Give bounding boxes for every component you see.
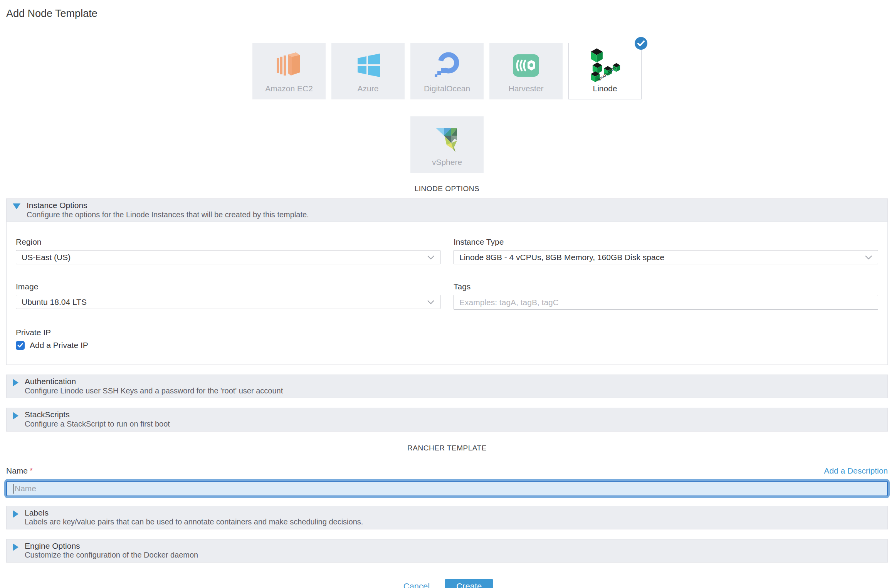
chevron-right-icon (13, 543, 18, 551)
private-ip-checkbox-row[interactable]: Add a Private IP (16, 341, 878, 350)
digitalocean-icon (433, 43, 461, 84)
section-subtitle: Configure the options for the Linode Ins… (27, 210, 309, 220)
section-title: Engine Options (25, 541, 198, 551)
chevron-down-icon (427, 255, 435, 260)
instance-type-select[interactable]: Linode 8GB - 4 vCPUs, 8GB Memory, 160GB … (454, 250, 878, 264)
name-label: Name (6, 466, 28, 475)
chevron-down-icon (13, 203, 20, 209)
instance-type-value: Linode 8GB - 4 vCPUs, 8GB Memory, 160GB … (459, 253, 664, 262)
instance-options-body: Region US-East (US) Instance Type Linode… (7, 222, 887, 365)
image-select[interactable]: Ubuntu 18.04 LTS (16, 295, 440, 309)
page-title: Add Node Template (6, 8, 888, 20)
tags-input[interactable] (454, 295, 878, 310)
divider-label: RANCHER TEMPLATE (402, 444, 492, 452)
section-subtitle: Configure Linode user SSH Keys and a pas… (25, 386, 283, 396)
private-ip-checkbox[interactable] (16, 341, 25, 350)
provider-card-azure[interactable]: Azure (331, 43, 405, 99)
provider-cards-row-1: Amazon EC2 Azure (6, 43, 888, 99)
private-ip-field: Private IP Add a Private IP (16, 328, 878, 350)
provider-card-harvester[interactable]: Harvester (489, 43, 563, 99)
region-select[interactable]: US-East (US) (16, 250, 440, 264)
check-icon (637, 40, 645, 46)
chevron-down-icon (865, 255, 872, 260)
add-node-template-dialog: Add Node Template Amazon EC2 (0, 0, 894, 588)
section-subtitle: Labels are key/value pairs that can be u… (25, 517, 363, 527)
engine-options-header[interactable]: Engine Options Customize the configurati… (7, 539, 887, 562)
provider-card-label: Azure (358, 84, 379, 93)
private-ip-label: Private IP (16, 328, 878, 337)
add-description-link[interactable]: Add a Description (824, 466, 888, 475)
provider-card-label: DigitalOcean (424, 84, 470, 93)
region-value: US-East (US) (22, 253, 71, 262)
image-value: Ubuntu 18.04 LTS (22, 297, 87, 307)
authentication-header[interactable]: Authentication Configure Linode user SSH… (7, 375, 887, 398)
rancher-template-divider: RANCHER TEMPLATE (6, 444, 888, 452)
text-caret (13, 484, 13, 494)
image-field: Image Ubuntu 18.04 LTS (16, 282, 440, 310)
instance-type-label: Instance Type (454, 237, 878, 247)
azure-icon (355, 43, 381, 84)
provider-card-linode[interactable]: linode.com Linode (568, 43, 642, 99)
chevron-down-icon (427, 300, 435, 304)
provider-card-vsphere[interactable]: vSphere (410, 116, 484, 173)
name-row: Name* Add a Description (6, 466, 888, 475)
section-subtitle: Configure a StackScript to run on first … (25, 420, 170, 429)
action-buttons: Cancel Create (6, 579, 888, 588)
section-authentication: Authentication Configure Linode user SSH… (6, 375, 888, 398)
provider-card-label: vSphere (432, 158, 462, 167)
provider-card-amazon-ec2[interactable]: Amazon EC2 (252, 43, 326, 99)
section-instance-options: Instance Options Configure the options f… (6, 198, 888, 365)
amazon-ec2-icon (276, 43, 302, 84)
chevron-right-icon (13, 379, 18, 386)
required-marker: * (30, 466, 33, 475)
tags-field: Tags (454, 282, 878, 310)
section-engine-options: Engine Options Customize the configurati… (6, 539, 888, 563)
harvester-icon (512, 43, 540, 84)
create-button[interactable]: Create (445, 579, 493, 588)
section-title: StackScripts (25, 410, 170, 420)
name-input[interactable] (6, 481, 888, 496)
tags-label: Tags (454, 282, 878, 291)
chevron-right-icon (13, 510, 18, 518)
section-title: Authentication (25, 376, 283, 386)
section-title: Instance Options (27, 200, 309, 210)
chevron-right-icon (13, 412, 18, 420)
section-labels: Labels Labels are key/value pairs that c… (6, 506, 888, 529)
provider-card-label: Linode (593, 84, 617, 93)
linode-icon: linode.com (587, 43, 623, 84)
provider-card-digitalocean[interactable]: DigitalOcean (410, 43, 484, 99)
section-stackscripts: StackScripts Configure a StackScript to … (6, 408, 888, 431)
region-label: Region (16, 237, 440, 247)
instance-type-field: Instance Type Linode 8GB - 4 vCPUs, 8GB … (454, 237, 878, 264)
private-ip-checkbox-label: Add a Private IP (30, 341, 88, 350)
name-input-wrap (6, 481, 888, 496)
stackscripts-header[interactable]: StackScripts Configure a StackScript to … (7, 408, 887, 431)
section-title: Labels (25, 508, 363, 518)
provider-card-label: Amazon EC2 (265, 84, 313, 93)
check-icon (17, 343, 23, 348)
linode-options-divider: LINODE OPTIONS (6, 185, 888, 193)
section-subtitle: Customize the configuration of the Docke… (25, 551, 198, 560)
selected-check-badge (635, 37, 647, 50)
provider-cards-row-2: vSphere (6, 116, 888, 173)
vsphere-icon (433, 116, 461, 158)
region-field: Region US-East (US) (16, 237, 440, 264)
image-label: Image (16, 282, 440, 291)
provider-card-label: Harvester (508, 84, 543, 93)
divider-label: LINODE OPTIONS (409, 185, 485, 193)
instance-options-header[interactable]: Instance Options Configure the options f… (7, 199, 887, 222)
cancel-button[interactable]: Cancel (401, 581, 432, 588)
labels-header[interactable]: Labels Labels are key/value pairs that c… (7, 506, 887, 529)
